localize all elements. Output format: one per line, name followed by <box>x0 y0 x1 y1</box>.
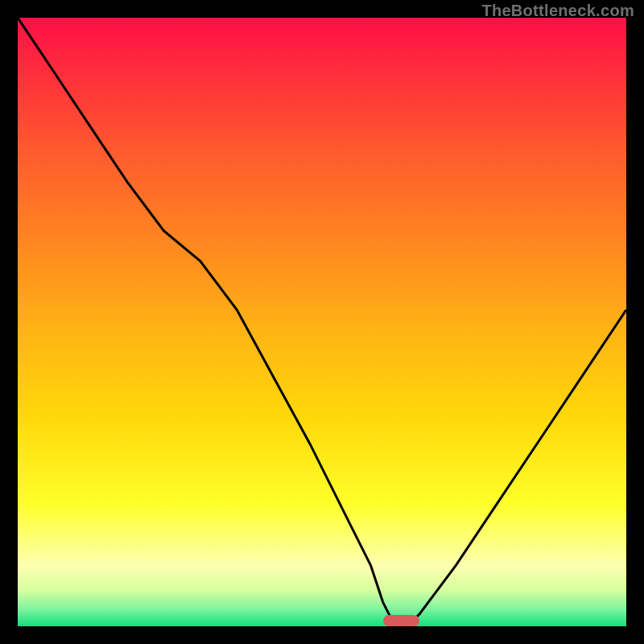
bottleneck-curve <box>18 18 626 626</box>
plot-area <box>18 18 626 626</box>
chart-frame: TheBottleneck.com <box>0 0 644 644</box>
watermark-text: TheBottleneck.com <box>481 2 634 20</box>
optimum-marker <box>383 615 419 626</box>
curve-path <box>18 18 626 626</box>
